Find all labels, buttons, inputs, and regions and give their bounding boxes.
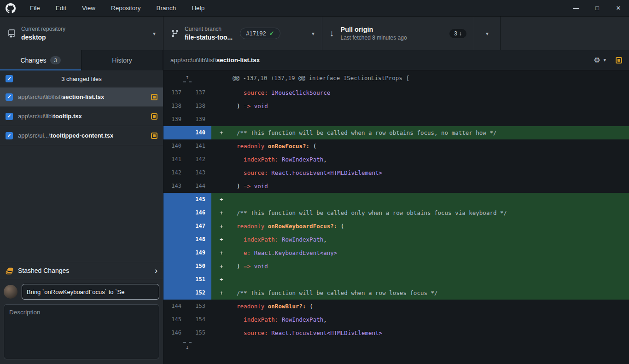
file-row[interactable]: ✓app\src\ui\lib\list\section-list.tsx: [0, 87, 163, 107]
new-line-number[interactable]: 145: [187, 193, 211, 206]
diff-line: 152+ /** This function will be called wh…: [163, 286, 629, 300]
menu-file[interactable]: File: [22, 0, 48, 16]
menu-repository[interactable]: Repository: [103, 0, 149, 16]
code-content: /** This function will be called when a …: [230, 286, 629, 300]
code-token: (: [306, 303, 313, 310]
file-checkbox[interactable]: ✓: [6, 113, 13, 120]
expand-up-button[interactable]: ↑: [163, 70, 211, 86]
diff-line: 143144 ) => void: [163, 179, 629, 193]
diff-line: 144153 readonly onRowBlur?: (: [163, 300, 629, 313]
code-token: void: [254, 103, 268, 110]
diff-marker: [211, 153, 230, 166]
expand-down-button[interactable]: ↓: [163, 340, 211, 352]
diff-line: 151+: [163, 273, 629, 286]
diff-line: 142143 source: React.FocusEvent<HTMLDivE…: [163, 166, 629, 179]
old-line-number[interactable]: 143: [163, 179, 187, 193]
code-token: [230, 89, 244, 96]
diff-line: 141142 indexPath: RowIndexPath,: [163, 153, 629, 166]
old-line-number[interactable]: [163, 233, 187, 246]
branch-name: file-status-too...: [185, 34, 233, 41]
new-line-number[interactable]: 139: [187, 113, 211, 126]
old-line-number[interactable]: 146: [163, 326, 187, 340]
close-button[interactable]: ✕: [608, 0, 629, 16]
old-line-number[interactable]: 142: [163, 166, 187, 179]
file-checkbox[interactable]: ✓: [6, 132, 13, 139]
file-row[interactable]: ✓app\src\ui...\tooltipped-content.tsx: [0, 126, 163, 145]
old-line-number[interactable]: [163, 193, 187, 206]
file-checkbox[interactable]: ✓: [6, 93, 13, 101]
new-line-number[interactable]: 152: [187, 286, 211, 300]
menu-edit[interactable]: Edit: [48, 0, 74, 16]
minimize-button[interactable]: —: [565, 0, 587, 16]
new-line-number[interactable]: 153: [187, 300, 211, 313]
code-token: void: [254, 183, 268, 190]
old-line-number[interactable]: [163, 246, 187, 260]
new-line-number[interactable]: 144: [187, 179, 211, 193]
new-line-number[interactable]: 149: [187, 246, 211, 260]
diff-file-dir: app\src\ui\lib\list\: [170, 57, 216, 64]
old-line-number[interactable]: [163, 286, 187, 300]
code-token: source:: [244, 329, 268, 336]
old-line-number[interactable]: 140: [163, 139, 187, 153]
new-line-number[interactable]: 143: [187, 166, 211, 179]
file-name: tooltip.tsx: [53, 113, 82, 120]
new-line-number[interactable]: 151: [187, 273, 211, 286]
select-all-checkbox[interactable]: ✓: [6, 75, 13, 82]
sidebar-tabs: Changes3History: [0, 50, 163, 70]
menu-view[interactable]: View: [74, 0, 103, 16]
file-row[interactable]: ✓app\src\ui\lib\tooltip.tsx: [0, 107, 163, 126]
commit-description-textarea[interactable]: [4, 304, 159, 359]
old-line-number[interactable]: 141: [163, 153, 187, 166]
code-token: [230, 169, 244, 176]
new-line-number[interactable]: 147: [187, 220, 211, 233]
new-line-number[interactable]: 138: [187, 99, 211, 113]
new-line-number[interactable]: 155: [187, 326, 211, 340]
github-logo-icon: [6, 3, 16, 13]
code-token: ,: [323, 156, 327, 163]
diff-marker: [211, 139, 230, 153]
new-line-number[interactable]: 150: [187, 260, 211, 273]
new-line-number[interactable]: 141: [187, 139, 211, 153]
current-repository-button[interactable]: Current repository desktop ▾: [0, 17, 163, 50]
diff-line: 137137 source: IMouseClickSource: [163, 86, 629, 99]
old-line-number[interactable]: 137: [163, 86, 187, 99]
old-line-number[interactable]: 144: [163, 300, 187, 313]
diff-marker: [211, 86, 230, 99]
tab-changes[interactable]: Changes3: [0, 50, 82, 70]
menu-branch[interactable]: Branch: [149, 0, 184, 16]
tab-history[interactable]: History: [82, 50, 163, 70]
gear-icon[interactable]: ⚙: [594, 56, 600, 64]
code-token: void: [254, 263, 268, 270]
code-token: readonly: [237, 143, 264, 150]
old-line-number[interactable]: [163, 220, 187, 233]
old-line-number[interactable]: [163, 126, 187, 139]
new-line-number[interactable]: 154: [187, 313, 211, 326]
new-line-number[interactable]: 148: [187, 233, 211, 246]
new-line-number[interactable]: 137: [187, 86, 211, 99]
old-line-number[interactable]: [163, 206, 187, 220]
old-line-number[interactable]: [163, 260, 187, 273]
current-branch-button[interactable]: Current branch file-status-too... #17192…: [163, 17, 322, 50]
maximize-button[interactable]: □: [587, 0, 608, 16]
diff-line: 140141 readonly onRowFocus?: (: [163, 139, 629, 153]
new-line-number[interactable]: 142: [187, 153, 211, 166]
pull-origin-button[interactable]: ↓ Pull origin Last fetched 8 minutes ago…: [322, 17, 474, 50]
pr-number-badge[interactable]: #17192 ✓: [240, 28, 280, 39]
code-token: [230, 249, 244, 256]
pull-dropdown-button[interactable]: ▾: [474, 17, 501, 50]
code-token: source:: [244, 169, 268, 176]
diff-marker: [211, 179, 230, 193]
code-content: indexPath: RowIndexPath,: [230, 153, 629, 166]
new-line-number[interactable]: 140: [187, 126, 211, 139]
changes-count-badge: 3: [50, 56, 60, 64]
old-line-number[interactable]: 138: [163, 99, 187, 113]
code-token: React.FocusEvent<HTMLDivElement>: [271, 329, 382, 336]
old-line-number[interactable]: [163, 273, 187, 286]
new-line-number[interactable]: 146: [187, 206, 211, 220]
diff-options-caret-icon[interactable]: ▾: [603, 57, 606, 63]
commit-summary-input[interactable]: [22, 284, 159, 300]
old-line-number[interactable]: 145: [163, 313, 187, 326]
stashed-changes-button[interactable]: Stashed Changes ›: [0, 262, 163, 279]
old-line-number[interactable]: 139: [163, 113, 187, 126]
menu-help[interactable]: Help: [184, 0, 212, 16]
